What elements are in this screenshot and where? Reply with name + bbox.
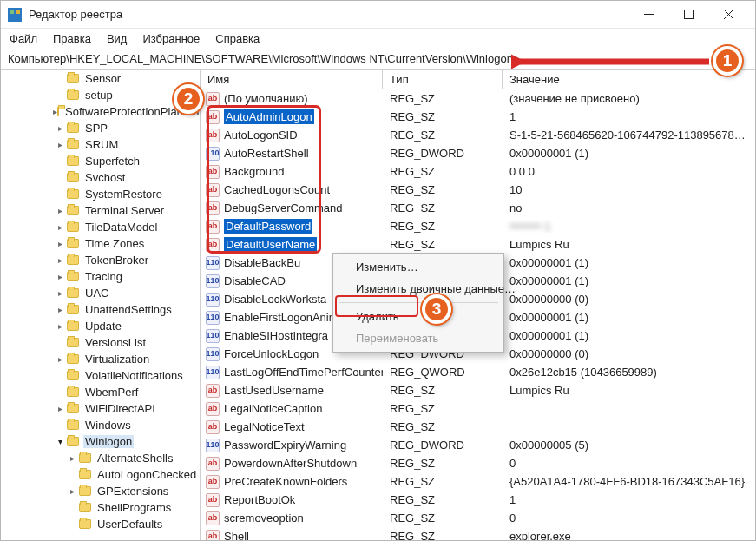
tree-node[interactable]: ▸Update [1, 318, 200, 334]
value-data: 0x00000000 (0) [503, 347, 755, 360]
value-name: AutoAdminLogon [224, 109, 314, 124]
menu-view[interactable]: Вид [107, 29, 128, 48]
menu-help[interactable]: Справка [215, 29, 260, 48]
menu-edit[interactable]: Правка [53, 29, 91, 48]
value-data: no [503, 201, 755, 214]
caret-icon[interactable]: ▸ [53, 239, 67, 248]
tree-node[interactable]: ▸Time Zones [1, 235, 200, 252]
menubar: Файл Правка Вид Избранное Справка [1, 29, 755, 48]
caret-icon[interactable]: ▸ [53, 123, 67, 133]
tree-node[interactable]: ▸AlternateShells [1, 450, 200, 466]
caret-icon[interactable]: ▸ [53, 305, 67, 314]
menu-file[interactable]: Файл [10, 29, 37, 48]
value-name: EnableSIHostIntegra [224, 329, 328, 342]
close-button[interactable] [708, 2, 748, 28]
tree-node[interactable]: ▸WiFiDirectAPI [1, 400, 200, 417]
table-row[interactable]: 110AutoRestartShellREG_DWORD0x00000001 (… [201, 144, 755, 162]
tree-node[interactable]: ▸TileDataModel [1, 219, 200, 235]
tree-pane[interactable]: Sensorsetup▸SoftwareProtectionPlatform▸S… [1, 70, 201, 540]
table-row[interactable]: abShellREG_SZexplorer.exe [201, 527, 755, 540]
titlebar: Редактор реестра [1, 1, 755, 29]
caret-icon[interactable]: ▸ [53, 206, 67, 215]
table-row[interactable]: abAutoLogonSIDREG_SZS-1-5-21-568465620-1… [201, 126, 755, 144]
tree-node[interactable]: Sensor [1, 70, 200, 87]
string-value-icon: ab [206, 110, 220, 124]
caret-icon[interactable]: ▸ [53, 321, 67, 331]
context-menu: Изменить… Изменить двоичные данные… Удал… [332, 253, 504, 353]
tree-node[interactable]: ShellPrograms [1, 499, 200, 516]
value-name: DisableCAD [224, 274, 286, 287]
maximize-button[interactable] [668, 2, 708, 28]
value-data: 0 [503, 457, 755, 470]
table-row[interactable]: abBackgroundREG_SZ0 0 0 [201, 162, 755, 181]
table-row[interactable]: abDefaultPasswordREG_SZ•••••••• 1 [201, 217, 755, 235]
tree-node[interactable]: ▸SoftwareProtectionPlatform [1, 103, 200, 120]
tree-node[interactable]: ▸GPExtensions [1, 483, 200, 499]
caret-icon[interactable]: ▸ [53, 404, 67, 413]
col-name[interactable]: Имя [201, 70, 383, 89]
svg-rect-1 [684, 10, 693, 19]
value-type: REG_SZ [383, 384, 503, 397]
table-row[interactable]: 110LastLogOffEndTimePerfCounterREG_QWORD… [201, 363, 755, 381]
caret-icon[interactable]: ▸ [53, 288, 67, 298]
menu-modify-binary[interactable]: Изменить двоичные данные… [333, 278, 503, 300]
tree-node[interactable]: ▸SRUM [1, 136, 200, 153]
table-row[interactable]: abscremoveoptionREG_SZ0 [201, 509, 755, 527]
table-row[interactable]: abDebugServerCommandREG_SZno [201, 199, 755, 217]
value-name: LastLogOffEndTimePerfCounter [224, 366, 383, 379]
table-row[interactable]: abLegalNoticeTextREG_SZ [201, 418, 755, 436]
table-row[interactable]: abDefaultUserNameREG_SZLumpics Ru [201, 235, 755, 254]
table-row[interactable]: ab(По умолчанию)REG_SZ(значение не присв… [201, 89, 755, 108]
menu-modify[interactable]: Изменить… [333, 256, 503, 278]
tree-label: Svchost [83, 171, 127, 184]
table-row[interactable]: 110PasswordExpiryWarningREG_DWORD0x00000… [201, 436, 755, 454]
table-row[interactable]: abLastUsedUsernameREG_SZLumpics Ru [201, 381, 755, 399]
caret-icon[interactable]: ▸ [53, 272, 67, 281]
tree-label: AutoLogonChecked [95, 468, 198, 481]
tree-node[interactable]: UserDefaults [1, 516, 200, 532]
value-name: LegalNoticeText [224, 420, 305, 433]
tree-node[interactable]: Windows [1, 417, 200, 433]
caret-icon[interactable]: ▸ [53, 140, 67, 149]
tree-node[interactable]: ▸TokenBroker [1, 252, 200, 268]
caret-icon[interactable]: ▸ [65, 486, 79, 496]
menu-delete[interactable]: Удалить [333, 306, 503, 327]
folder-icon [67, 189, 79, 199]
value-data: 0x00000001 (1) [503, 311, 755, 324]
menu-favorites[interactable]: Избранное [142, 29, 200, 48]
caret-icon[interactable]: ▸ [53, 354, 67, 364]
tree-node[interactable]: Svchost [1, 169, 200, 186]
table-row[interactable]: abCachedLogonsCountREG_SZ10 [201, 181, 755, 199]
table-row[interactable]: abPowerdownAfterShutdownREG_SZ0 [201, 454, 755, 472]
table-row[interactable]: abLegalNoticeCaptionREG_SZ [201, 399, 755, 418]
tree-node[interactable]: ▾Winlogon [1, 433, 200, 450]
tree-node[interactable]: VersionsList [1, 334, 200, 351]
caret-icon[interactable]: ▸ [53, 222, 67, 232]
caret-icon[interactable]: ▸ [53, 255, 67, 265]
table-row[interactable]: abPreCreateKnownFoldersREG_SZ{A520A1A4-1… [201, 472, 755, 491]
string-value-icon: ab [206, 457, 220, 471]
tree-node[interactable]: ▸Virtualization [1, 351, 200, 367]
tree-node[interactable]: ▸SPP [1, 120, 200, 136]
table-row[interactable]: abReportBootOkREG_SZ1 [201, 491, 755, 509]
tree-node[interactable]: ▸UAC [1, 285, 200, 301]
value-data: 0x00000000 (0) [503, 293, 755, 306]
minimize-button[interactable] [628, 2, 668, 28]
tree-node[interactable]: SystemRestore [1, 186, 200, 202]
caret-icon[interactable]: ▸ [65, 453, 79, 463]
value-name: scremoveoption [224, 511, 304, 525]
tree-node[interactable]: ▸Terminal Server [1, 202, 200, 219]
value-name: PowerdownAfterShutdown [224, 457, 357, 470]
col-type[interactable]: Тип [383, 70, 503, 89]
tree-node[interactable]: AutoLogonChecked [1, 466, 200, 483]
caret-icon[interactable]: ▾ [53, 437, 67, 446]
tree-node[interactable]: WbemPerf [1, 384, 200, 400]
tree-node[interactable]: VolatileNotifications [1, 367, 200, 384]
tree-node[interactable]: ▸Tracing [1, 268, 200, 285]
tree-node[interactable]: ▸UnattendSettings [1, 301, 200, 318]
table-row[interactable]: abAutoAdminLogonREG_SZ1 [201, 108, 755, 126]
tree-node[interactable]: setup [1, 87, 200, 103]
value-name: ForceUnlockLogon [224, 347, 319, 360]
tree-label: AlternateShells [95, 452, 174, 465]
tree-node[interactable]: Superfetch [1, 153, 200, 169]
